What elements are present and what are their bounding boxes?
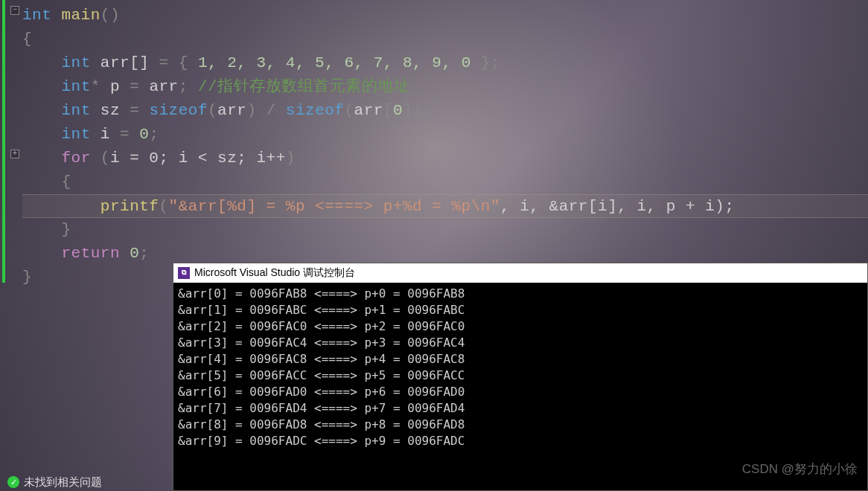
code-line-highlighted: printf("&arr[%d] = %p <====> p+%d = %p\n… <box>22 194 868 218</box>
code-line: } <box>22 218 868 242</box>
vs-icon: ⧉ <box>178 267 190 279</box>
status-text: 未找到相关问题 <box>24 475 102 490</box>
code-line: { <box>22 28 868 51</box>
fold-toggle-icon[interactable]: − <box>10 6 19 15</box>
code-line: { <box>22 170 868 194</box>
debug-console[interactable]: ⧉ Microsoft Visual Studio 调试控制台 &arr[0] … <box>173 263 868 491</box>
change-indicator <box>2 0 5 283</box>
fold-toggle-icon[interactable]: + <box>10 150 19 158</box>
code-line: int arr[] = { 1, 2, 3, 4, 5, 6, 7, 8, 9,… <box>22 51 868 75</box>
code-line: int i = 0; <box>22 123 868 147</box>
code-line: int sz = sizeof(arr) / sizeof(arr[0]); <box>22 99 868 123</box>
code-line: for (i = 0; i < sz; i++) <box>22 147 868 170</box>
status-bar: ✓ 未找到相关问题 <box>0 473 109 491</box>
code-line: int* p = arr; //指针存放数组首元素的地址 <box>22 75 868 99</box>
check-icon: ✓ <box>7 476 19 488</box>
console-title: Microsoft Visual Studio 调试控制台 <box>194 266 355 280</box>
watermark: CSDN @努力的小徐 <box>742 460 858 478</box>
code-editor[interactable]: − + int main() { int arr[] = { 1, 2, 3, … <box>0 0 868 290</box>
console-output[interactable]: &arr[0] = 0096FAB8 <====> p+0 = 0096FAB8… <box>173 283 867 452</box>
code-line: int main() <box>22 4 868 28</box>
console-titlebar[interactable]: ⧉ Microsoft Visual Studio 调试控制台 <box>173 263 867 283</box>
code-body[interactable]: int main() { int arr[] = { 1, 2, 3, 4, 5… <box>22 0 868 290</box>
editor-gutter: − + <box>0 0 22 290</box>
